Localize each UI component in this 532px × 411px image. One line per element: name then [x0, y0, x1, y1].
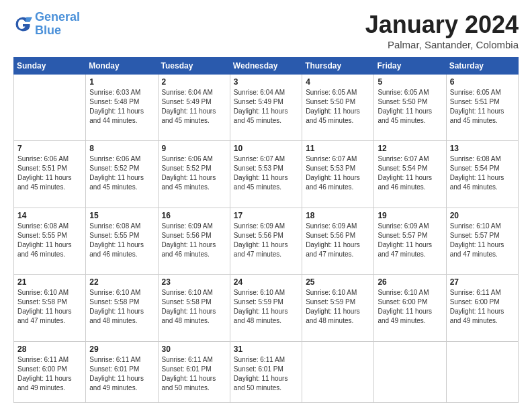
day-info: Sunrise: 6:10 AMSunset: 5:59 PMDaylight:… [234, 288, 298, 326]
day-cell: 28Sunrise: 6:11 AMSunset: 6:00 PMDayligh… [14, 341, 86, 403]
day-info: Sunrise: 6:09 AMSunset: 5:56 PMDaylight:… [306, 222, 370, 259]
title-area: January 2024 Palmar, Santander, Colombia [365, 11, 519, 50]
day-number: 16 [162, 211, 226, 220]
day-number: 28 [17, 345, 82, 354]
day-info: Sunrise: 6:11 AMSunset: 6:01 PMDaylight:… [162, 355, 226, 393]
day-number: 10 [234, 144, 298, 153]
day-info: Sunrise: 6:11 AMSunset: 6:00 PMDaylight:… [17, 355, 82, 393]
day-info: Sunrise: 6:10 AMSunset: 6:00 PMDaylight:… [378, 288, 442, 326]
day-cell: 12Sunrise: 6:07 AMSunset: 5:54 PMDayligh… [374, 141, 446, 208]
day-cell: 27Sunrise: 6:11 AMSunset: 6:00 PMDayligh… [446, 275, 518, 341]
day-info: Sunrise: 6:07 AMSunset: 5:53 PMDaylight:… [234, 154, 298, 192]
day-number: 4 [306, 77, 370, 87]
day-cell: 19Sunrise: 6:09 AMSunset: 5:57 PMDayligh… [374, 208, 446, 274]
day-info: Sunrise: 6:10 AMSunset: 5:58 PMDaylight:… [89, 288, 154, 326]
day-number: 27 [450, 277, 515, 287]
day-cell: 23Sunrise: 6:10 AMSunset: 5:58 PMDayligh… [158, 275, 230, 341]
header-friday: Friday [374, 58, 446, 75]
day-number: 20 [450, 211, 515, 220]
day-info: Sunrise: 6:10 AMSunset: 5:57 PMDaylight:… [450, 222, 515, 259]
day-number: 11 [306, 144, 370, 153]
header-saturday: Saturday [446, 58, 518, 75]
day-cell: 4Sunrise: 6:05 AMSunset: 5:50 PMDaylight… [302, 75, 374, 141]
header-monday: Monday [86, 58, 158, 75]
day-info: Sunrise: 6:05 AMSunset: 5:50 PMDaylight:… [306, 88, 370, 126]
day-cell: 3Sunrise: 6:04 AMSunset: 5:49 PMDaylight… [230, 75, 302, 141]
day-number: 9 [162, 144, 226, 153]
day-cell: 29Sunrise: 6:11 AMSunset: 6:01 PMDayligh… [86, 341, 158, 403]
day-number: 18 [306, 211, 370, 220]
day-cell: 31Sunrise: 6:11 AMSunset: 6:01 PMDayligh… [230, 341, 302, 403]
page: General Blue January 2024 Palmar, Santan… [0, 0, 532, 411]
day-cell [14, 75, 86, 141]
day-info: Sunrise: 6:09 AMSunset: 5:56 PMDaylight:… [162, 222, 226, 259]
day-info: Sunrise: 6:09 AMSunset: 5:57 PMDaylight:… [378, 222, 442, 259]
day-cell: 22Sunrise: 6:10 AMSunset: 5:58 PMDayligh… [86, 275, 158, 341]
day-cell: 1Sunrise: 6:03 AMSunset: 5:48 PMDaylight… [86, 75, 158, 141]
day-info: Sunrise: 6:10 AMSunset: 5:58 PMDaylight:… [17, 288, 82, 326]
logo-icon [13, 15, 32, 34]
day-cell: 10Sunrise: 6:07 AMSunset: 5:53 PMDayligh… [230, 141, 302, 208]
day-number: 31 [234, 345, 298, 354]
day-cell: 24Sunrise: 6:10 AMSunset: 5:59 PMDayligh… [230, 275, 302, 341]
day-number: 17 [234, 211, 298, 220]
day-info: Sunrise: 6:07 AMSunset: 5:53 PMDaylight:… [306, 154, 370, 192]
day-cell: 5Sunrise: 6:05 AMSunset: 5:50 PMDaylight… [374, 75, 446, 141]
logo: General Blue [13, 11, 80, 38]
week-row-4: 28Sunrise: 6:11 AMSunset: 6:00 PMDayligh… [14, 341, 519, 403]
day-number: 14 [17, 211, 82, 220]
week-row-3: 21Sunrise: 6:10 AMSunset: 5:58 PMDayligh… [14, 275, 519, 341]
month-title: January 2024 [365, 11, 519, 39]
day-number: 21 [17, 277, 82, 287]
day-cell: 25Sunrise: 6:10 AMSunset: 5:59 PMDayligh… [302, 275, 374, 341]
week-row-1: 7Sunrise: 6:06 AMSunset: 5:51 PMDaylight… [14, 141, 519, 208]
day-cell: 18Sunrise: 6:09 AMSunset: 5:56 PMDayligh… [302, 208, 374, 274]
day-number: 26 [378, 277, 442, 287]
day-cell: 7Sunrise: 6:06 AMSunset: 5:51 PMDaylight… [14, 141, 86, 208]
day-cell: 11Sunrise: 6:07 AMSunset: 5:53 PMDayligh… [302, 141, 374, 208]
day-number: 29 [89, 345, 154, 354]
day-number: 7 [17, 144, 82, 153]
day-cell: 13Sunrise: 6:08 AMSunset: 5:54 PMDayligh… [446, 141, 518, 208]
day-cell: 6Sunrise: 6:05 AMSunset: 5:51 PMDaylight… [446, 75, 518, 141]
day-cell [302, 341, 374, 403]
day-number: 5 [378, 77, 442, 87]
day-number: 22 [89, 277, 154, 287]
day-cell: 16Sunrise: 6:09 AMSunset: 5:56 PMDayligh… [158, 208, 230, 274]
day-info: Sunrise: 6:06 AMSunset: 5:51 PMDaylight:… [17, 154, 82, 192]
day-info: Sunrise: 6:06 AMSunset: 5:52 PMDaylight:… [162, 154, 226, 192]
day-info: Sunrise: 6:08 AMSunset: 5:55 PMDaylight:… [17, 222, 82, 259]
header-tuesday: Tuesday [158, 58, 230, 75]
day-info: Sunrise: 6:09 AMSunset: 5:56 PMDaylight:… [234, 222, 298, 259]
day-info: Sunrise: 6:10 AMSunset: 5:58 PMDaylight:… [162, 288, 226, 326]
day-info: Sunrise: 6:04 AMSunset: 5:49 PMDaylight:… [234, 88, 298, 126]
day-info: Sunrise: 6:05 AMSunset: 5:51 PMDaylight:… [450, 88, 515, 126]
day-cell: 17Sunrise: 6:09 AMSunset: 5:56 PMDayligh… [230, 208, 302, 274]
location: Palmar, Santander, Colombia [365, 39, 519, 50]
week-row-2: 14Sunrise: 6:08 AMSunset: 5:55 PMDayligh… [14, 208, 519, 274]
day-info: Sunrise: 6:08 AMSunset: 5:54 PMDaylight:… [450, 154, 515, 192]
day-number: 25 [306, 277, 370, 287]
day-info: Sunrise: 6:11 AMSunset: 6:01 PMDaylight:… [234, 355, 298, 393]
day-info: Sunrise: 6:10 AMSunset: 5:59 PMDaylight:… [306, 288, 370, 326]
day-number: 13 [450, 144, 515, 153]
calendar-header-row: SundayMondayTuesdayWednesdayThursdayFrid… [14, 58, 519, 75]
day-info: Sunrise: 6:11 AMSunset: 6:00 PMDaylight:… [450, 288, 515, 326]
day-number: 24 [234, 277, 298, 287]
day-cell: 8Sunrise: 6:06 AMSunset: 5:52 PMDaylight… [86, 141, 158, 208]
day-info: Sunrise: 6:03 AMSunset: 5:48 PMDaylight:… [89, 88, 154, 126]
day-number: 30 [162, 345, 226, 354]
day-cell: 26Sunrise: 6:10 AMSunset: 6:00 PMDayligh… [374, 275, 446, 341]
day-info: Sunrise: 6:06 AMSunset: 5:52 PMDaylight:… [89, 154, 154, 192]
day-cell [446, 341, 518, 403]
day-info: Sunrise: 6:08 AMSunset: 5:55 PMDaylight:… [89, 222, 154, 259]
logo-general: General [35, 10, 80, 24]
day-number: 6 [450, 77, 515, 87]
day-cell: 21Sunrise: 6:10 AMSunset: 5:58 PMDayligh… [14, 275, 86, 341]
day-number: 23 [162, 277, 226, 287]
day-cell: 14Sunrise: 6:08 AMSunset: 5:55 PMDayligh… [14, 208, 86, 274]
day-cell [374, 341, 446, 403]
day-cell: 2Sunrise: 6:04 AMSunset: 5:49 PMDaylight… [158, 75, 230, 141]
day-number: 19 [378, 211, 442, 220]
header: General Blue January 2024 Palmar, Santan… [13, 11, 519, 50]
